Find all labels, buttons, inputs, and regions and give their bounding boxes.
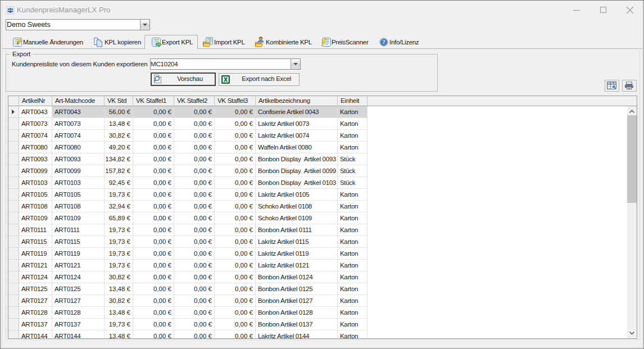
svg-text:?: ? (383, 39, 386, 45)
